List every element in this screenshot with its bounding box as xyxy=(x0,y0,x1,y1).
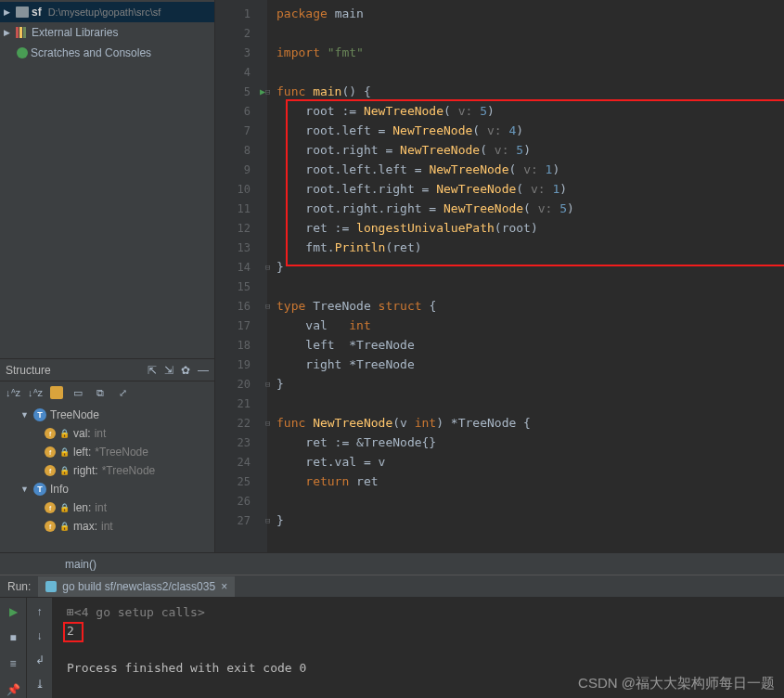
code-line[interactable] xyxy=(267,394,784,413)
run-sidebar2: ↑ ↓ ↲ ⤓ xyxy=(26,598,52,698)
libraries-icon xyxy=(16,27,29,38)
context-text: main() xyxy=(65,558,96,571)
context-bar: main() xyxy=(0,552,784,575)
code-line[interactable]: root.left = NewTreeNode( v: 4) xyxy=(267,121,784,140)
editor-gutter[interactable]: 12345▶6789101112131415161718192021222324… xyxy=(215,0,267,552)
gear-icon[interactable]: ✿ xyxy=(181,364,190,377)
code-line[interactable] xyxy=(267,277,784,296)
struct-item[interactable]: f🔒len: int xyxy=(0,498,214,517)
fold-icon[interactable]: ⊟ xyxy=(265,419,270,428)
code-line[interactable]: root.right = NewTreeNode( v: 5) xyxy=(267,140,784,160)
lock-icon: 🔒 xyxy=(59,503,70,512)
scratches[interactable]: Scratches and Consoles xyxy=(0,43,214,63)
type-badge-icon: T xyxy=(33,483,46,496)
field-badge-icon: f xyxy=(45,465,56,476)
exit-message: Process finished with exit code 0 xyxy=(67,661,769,679)
fold-icon[interactable]: ⊟ xyxy=(265,380,270,389)
down-icon[interactable]: ↓ xyxy=(32,627,48,644)
chevron-right-icon: ▶ xyxy=(4,7,13,17)
close-icon[interactable]: × xyxy=(221,580,227,593)
struct-item[interactable]: f🔒right: *TreeNode xyxy=(0,461,214,480)
external-libraries[interactable]: ▶ External Libraries xyxy=(0,22,214,43)
code-line[interactable]: ⊟func NewTreeNode(v int) *TreeNode { xyxy=(267,413,784,433)
layout-icon[interactable]: ≡ xyxy=(5,655,21,672)
project-name: sf xyxy=(32,6,42,19)
lock-icon: 🔒 xyxy=(59,466,70,475)
console-output[interactable]: ⊞<4 go setup calls> 2 Process finished w… xyxy=(52,598,784,698)
fold-icon[interactable]: ⊟ xyxy=(265,516,270,525)
code-line[interactable]: ret.val = v xyxy=(267,452,784,472)
code-line[interactable]: ⊟type TreeNode struct { xyxy=(267,296,784,316)
struct-item[interactable]: f🔒val: int xyxy=(0,424,214,443)
code-line[interactable]: ret := &TreeNode{} xyxy=(267,433,784,452)
expand-icon[interactable]: ⊞ xyxy=(67,605,74,619)
fields-icon[interactable] xyxy=(50,386,63,399)
sort-vis-icon[interactable]: ↓ᴬz xyxy=(28,385,43,400)
code-line[interactable]: package main xyxy=(267,4,784,23)
code-line[interactable]: ⊟} xyxy=(267,374,784,394)
autoscroll-icon[interactable]: ⤢ xyxy=(115,385,130,400)
run-tabs: Run: go build sf/newclass2/class035 × xyxy=(0,575,784,598)
struct-item[interactable]: ▼TTreeNode xyxy=(0,406,214,424)
structure-tree[interactable]: ▼TTreeNodef🔒val: intf🔒left: *TreeNodef🔒r… xyxy=(0,404,214,552)
run-sidebar: ▶ ■ ≡ 📌 xyxy=(0,598,26,698)
lock-icon: 🔒 xyxy=(59,522,70,531)
run-label: Run: xyxy=(7,580,31,593)
stop-icon[interactable]: ■ xyxy=(5,629,21,646)
folder-icon xyxy=(16,6,29,18)
chevron-down-icon: ▼ xyxy=(20,485,30,494)
code-line[interactable]: return ret xyxy=(267,472,784,491)
up-icon[interactable]: ↑ xyxy=(32,603,48,620)
code-line[interactable]: import "fmt" xyxy=(267,43,784,62)
collapse-icon[interactable]: ⇱ xyxy=(148,364,157,377)
project-path: D:\mysetup\gopath\src\sf xyxy=(48,6,161,18)
pin-icon[interactable]: 📌 xyxy=(5,681,21,698)
setup-calls: <4 go setup calls> xyxy=(74,605,205,619)
code-line[interactable]: root.left.right = NewTreeNode( v: 1) xyxy=(267,179,784,199)
fold-icon[interactable]: ⊟ xyxy=(265,263,270,272)
fold-icon[interactable]: ⊟ xyxy=(265,302,270,311)
run-tab[interactable]: go build sf/newclass2/class035 × xyxy=(38,576,235,597)
code-line[interactable]: ⊟} xyxy=(267,511,784,530)
struct-item[interactable]: f🔒left: *TreeNode xyxy=(0,443,214,461)
scroll-icon[interactable]: ⤓ xyxy=(32,676,48,692)
sort-alpha-icon[interactable]: ↓ᴬz xyxy=(6,385,20,400)
struct-item[interactable]: f🔒max: int xyxy=(0,517,214,536)
code-line[interactable]: ⊟func main() { xyxy=(267,82,784,101)
struct-item[interactable]: ▼TInfo xyxy=(0,480,214,498)
lock-icon: 🔒 xyxy=(59,447,70,457)
code-line[interactable]: fmt.Println(ret) xyxy=(267,238,784,257)
code-line[interactable]: right *TreeNode xyxy=(267,355,784,374)
minimize-icon[interactable]: — xyxy=(198,364,209,377)
code-line[interactable] xyxy=(267,62,784,82)
code-line[interactable]: left *TreeNode xyxy=(267,335,784,355)
run-tab-label: go build sf/newclass2/class035 xyxy=(62,580,215,593)
filter-icon[interactable]: ⧉ xyxy=(93,385,108,400)
expand-icon[interactable]: ⇲ xyxy=(164,364,174,377)
go-icon xyxy=(45,581,57,592)
soft-wrap-icon[interactable]: ↲ xyxy=(32,652,48,668)
project-root[interactable]: ▶ sf D:\mysetup\gopath\src\sf xyxy=(0,2,214,22)
run-panel: Run: go build sf/newclass2/class035 × ▶ … xyxy=(0,575,784,698)
chevron-right-icon: ▶ xyxy=(4,28,13,37)
code-line[interactable]: root.left.left = NewTreeNode( v: 1) xyxy=(267,160,784,179)
code-line[interactable]: ret := longestUnivaluePath(root) xyxy=(267,218,784,238)
rerun-icon[interactable]: ▶ xyxy=(5,603,21,620)
code-line[interactable]: root := NewTreeNode( v: 5) xyxy=(267,101,784,121)
folder-struct-icon[interactable]: ▭ xyxy=(71,385,85,400)
fold-icon[interactable]: ⊟ xyxy=(265,87,270,97)
structure-header: Structure ⇱ ⇲ ✿ — xyxy=(0,358,214,381)
structure-title: Structure xyxy=(6,364,148,377)
code-line[interactable]: ⊟} xyxy=(267,257,784,277)
type-badge-icon: T xyxy=(33,408,46,421)
structure-toolbar: ↓ᴬz ↓ᴬz ▭ ⧉ ⤢ xyxy=(0,381,214,404)
field-badge-icon: f xyxy=(45,446,56,458)
project-tree[interactable]: ▶ sf D:\mysetup\gopath\src\sf ▶ External… xyxy=(0,0,214,358)
code-line[interactable]: root.right.right = NewTreeNode( v: 5) xyxy=(267,199,784,218)
code-line[interactable] xyxy=(267,491,784,511)
field-badge-icon: f xyxy=(45,521,56,532)
code-line[interactable] xyxy=(267,23,784,43)
code-line[interactable]: val int xyxy=(267,316,784,335)
scratches-icon xyxy=(17,47,28,58)
editor-area[interactable]: package mainimport "fmt"⊟func main() { r… xyxy=(267,0,784,552)
